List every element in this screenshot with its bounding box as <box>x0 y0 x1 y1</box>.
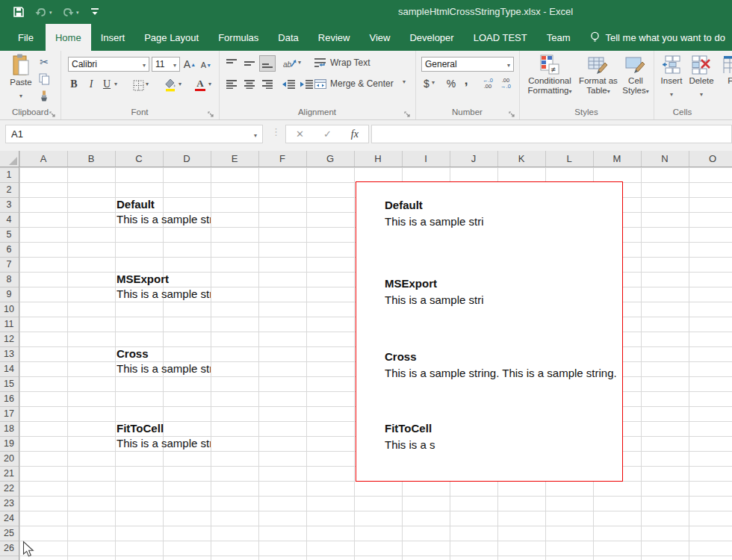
fill-color-dropdown-icon[interactable] <box>179 81 182 87</box>
column-header-D[interactable]: D <box>163 151 211 167</box>
orientation-dropdown-icon[interactable] <box>298 59 301 66</box>
row-header-1[interactable]: 1 <box>0 167 18 182</box>
floating-image-overlay[interactable]: DefaultThis is a sample striMSExportThis… <box>356 181 623 482</box>
row-header-23[interactable]: 23 <box>0 496 18 511</box>
tab-developer[interactable]: Developer <box>400 24 463 51</box>
row-header-17[interactable]: 17 <box>0 406 18 421</box>
redo-icon[interactable] <box>61 5 75 19</box>
row-header-4[interactable]: 4 <box>0 212 18 227</box>
underline-dropdown-icon[interactable] <box>114 81 117 87</box>
column-header-F[interactable]: F <box>258 151 306 167</box>
redo-dropdown-icon[interactable]: ▾ <box>76 10 79 16</box>
tab-file[interactable]: File <box>6 24 46 51</box>
sheet-grid[interactable]: DefaultThis is a sample striMSExportThis… <box>19 167 732 560</box>
select-all-corner[interactable] <box>0 151 19 167</box>
cell-C3[interactable]: Default <box>117 199 155 211</box>
align-right-button[interactable] <box>260 77 275 92</box>
insert-cells-button[interactable]: Insert <box>658 54 685 99</box>
cell-C9[interactable]: This is a sample strin <box>117 288 211 300</box>
row-header-11[interactable]: 11 <box>0 317 18 332</box>
tell-me-box[interactable]: Tell me what you want to do <box>590 24 725 51</box>
alignment-dialog-launcher[interactable] <box>404 108 412 116</box>
font-name-combo[interactable]: Calibri <box>68 57 149 72</box>
tab-review[interactable]: Review <box>308 24 360 51</box>
enter-icon[interactable]: ✓ <box>323 128 332 140</box>
fill-color-button[interactable] <box>164 78 177 93</box>
name-box[interactable]: A1 <box>5 125 263 143</box>
delete-cells-button[interactable]: Delete <box>686 54 716 99</box>
cell-C4[interactable]: This is a sample strin <box>117 214 211 225</box>
column-header-K[interactable]: K <box>497 151 545 167</box>
cell-C14[interactable]: This is a sample strin <box>117 363 211 375</box>
customize-quick-access-icon[interactable] <box>88 5 102 19</box>
row-header-16[interactable]: 16 <box>0 391 18 406</box>
increase-font-size-button[interactable]: A▲ <box>182 56 197 72</box>
row-header-8[interactable]: 8 <box>0 272 18 287</box>
merge-center-dropdown-icon[interactable] <box>403 78 406 85</box>
formula-bar-splitter[interactable]: ⋮ <box>271 126 281 137</box>
paste-button[interactable]: Paste <box>4 54 37 101</box>
tab-data[interactable]: Data <box>268 24 308 51</box>
row-header-2[interactable]: 2 <box>0 182 18 197</box>
row-header-13[interactable]: 13 <box>0 346 18 361</box>
column-header-G[interactable]: G <box>306 151 354 167</box>
conditional-formatting-button[interactable]: ≠ Conditional Formatting <box>522 54 577 96</box>
paste-dropdown-icon[interactable] <box>19 87 22 101</box>
column-header-E[interactable]: E <box>211 151 258 167</box>
accounting-format-button[interactable]: $ <box>421 76 432 91</box>
bottom-align-button[interactable] <box>260 56 275 71</box>
font-color-button[interactable]: A <box>193 78 207 93</box>
row-header-25[interactable]: 25 <box>0 526 18 541</box>
row-header-7[interactable]: 7 <box>0 257 18 272</box>
font-color-dropdown-icon[interactable] <box>208 81 211 87</box>
bold-button[interactable]: B <box>68 78 80 91</box>
row-header-14[interactable]: 14 <box>0 361 18 376</box>
decrease-font-size-button[interactable]: A▼ <box>199 57 214 72</box>
column-header-J[interactable]: J <box>450 151 497 167</box>
row-header-22[interactable]: 22 <box>0 481 18 496</box>
number-format-combo[interactable]: General <box>421 57 514 72</box>
row-header-19[interactable]: 19 <box>0 436 18 451</box>
column-header-B[interactable]: B <box>67 151 115 167</box>
comma-style-button[interactable]: , <box>462 73 471 88</box>
font-dialog-launcher[interactable] <box>208 108 215 116</box>
column-header-A[interactable]: A <box>19 151 67 167</box>
column-header-O[interactable]: O <box>689 151 732 167</box>
font-size-combo[interactable]: 11 <box>152 57 180 72</box>
tab-home[interactable]: Home <box>46 24 91 51</box>
row-header-6[interactable]: 6 <box>0 242 18 257</box>
copy-button[interactable] <box>36 72 52 87</box>
cell-C8[interactable]: MSExport <box>117 273 169 285</box>
align-center-button[interactable] <box>242 77 257 92</box>
column-header-N[interactable]: N <box>641 151 689 167</box>
percent-style-button[interactable]: % <box>445 76 457 91</box>
row-header-9[interactable]: 9 <box>0 287 18 302</box>
top-align-button[interactable] <box>224 56 239 71</box>
tab-team[interactable]: Team <box>537 24 580 51</box>
cell-C18[interactable]: FitToCell <box>117 423 164 435</box>
middle-align-button[interactable] <box>242 56 257 71</box>
name-box-dropdown-icon[interactable] <box>254 128 257 140</box>
row-header-21[interactable]: 21 <box>0 466 18 481</box>
tab-formulas[interactable]: Formulas <box>208 24 268 51</box>
row-header-20[interactable]: 20 <box>0 451 18 466</box>
formula-input[interactable] <box>371 125 732 143</box>
cut-button[interactable]: ✂ <box>36 55 52 69</box>
tab-load-test[interactable]: LOAD TEST <box>464 24 537 51</box>
tab-view[interactable]: View <box>359 24 400 51</box>
insert-function-icon[interactable]: fx <box>351 128 359 140</box>
italic-button[interactable]: I <box>86 78 96 91</box>
increase-decimal-button[interactable]: ←.0 .00 <box>480 76 496 91</box>
row-header-15[interactable]: 15 <box>0 376 18 391</box>
wrap-text-button[interactable]: Wrap Text <box>314 55 412 71</box>
undo-dropdown-icon[interactable]: ▾ <box>49 10 52 16</box>
column-header-M[interactable]: M <box>593 151 641 167</box>
merge-center-button[interactable]: Merge & Center <box>314 75 403 92</box>
row-header-3[interactable]: 3 <box>0 197 18 212</box>
column-header-H[interactable]: H <box>354 151 402 167</box>
cell-C19[interactable]: This is a sample strin <box>117 438 211 449</box>
cancel-icon[interactable]: ✕ <box>296 128 304 140</box>
column-header-L[interactable]: L <box>545 151 593 167</box>
decrease-indent-button[interactable] <box>280 77 297 92</box>
column-header-C[interactable]: C <box>115 151 163 167</box>
